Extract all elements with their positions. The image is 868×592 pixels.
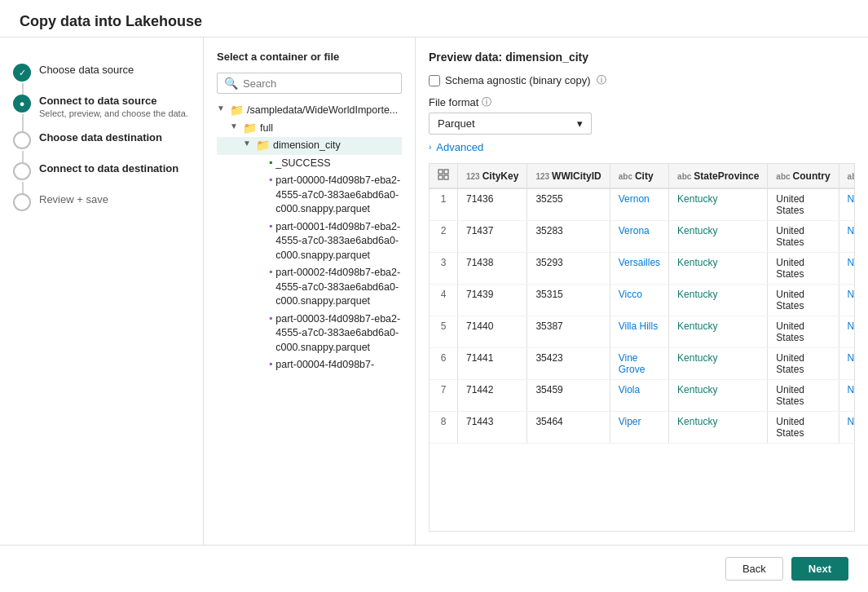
cell-stateprovince: Kentucky — [669, 348, 768, 380]
step-label-5: Review + save — [39, 193, 108, 205]
file-format-info-icon[interactable]: ⓘ — [482, 95, 491, 109]
back-button[interactable]: Back — [725, 557, 783, 581]
app-header: Copy data into Lakehouse — [0, 0, 868, 38]
table-row: 5 71440 35387 Villa Hills Kentucky Unite… — [430, 316, 855, 348]
tree-item-dimension-city[interactable]: ▼ 📁 dimension_city — [217, 137, 402, 155]
search-box: 🔍 — [217, 73, 402, 94]
tree-toggle-root: ▼ — [217, 104, 228, 113]
step-circle-4 — [13, 162, 31, 180]
svg-rect-1 — [444, 170, 448, 174]
cell-num: 4 — [430, 285, 458, 316]
cell-wwicityid: 35315 — [527, 285, 610, 316]
cell-country: United States — [768, 221, 839, 253]
cell-city: Viola — [610, 380, 668, 412]
cell-continent: North America — [839, 285, 855, 316]
cell-num: 8 — [430, 412, 458, 444]
cell-city: Vicco — [610, 285, 668, 316]
step-connect-destination: Connect to data destination — [13, 156, 190, 187]
col-header-grid — [430, 164, 458, 188]
footer: Back Next — [0, 545, 868, 592]
cell-wwicityid: 35459 — [527, 380, 610, 412]
tree-item-success[interactable]: ▪ _SUCCESS — [217, 155, 402, 173]
tree-label-success: _SUCCESS — [275, 157, 330, 171]
tree-item-full[interactable]: ▼ 📁 full — [217, 120, 402, 138]
cell-continent: North America — [839, 348, 855, 380]
file-panel: Select a container or file 🔍 ▼ 📁 /sample… — [204, 38, 416, 545]
file-icon-success: ▪ — [269, 157, 272, 168]
table-header-row: 123CityKey 123WWICityID abcCity abcState… — [430, 164, 855, 188]
cell-city: Versailles — [610, 253, 668, 285]
tree-label-part-00004: part-00004-f4d098b7- — [275, 358, 374, 373]
cell-citykey: 71443 — [458, 412, 527, 444]
cell-wwicityid: 35423 — [527, 348, 610, 380]
table-row: 7 71442 35459 Viola Kentucky United Stat… — [430, 380, 855, 412]
cell-wwicityid: 35255 — [527, 188, 610, 221]
tree-item-part-00003[interactable]: ▪ part-00003-f4d098b7-eba2-4555-a7c0-383… — [217, 311, 402, 357]
cell-country: United States — [768, 285, 839, 316]
file-icon-part-00004: ▪ — [269, 358, 272, 369]
schema-info-icon[interactable]: ⓘ — [597, 73, 606, 87]
tree-item-part-00000[interactable]: ▪ part-00000-f4d098b7-eba2-4555-a7c0-383… — [217, 172, 402, 219]
tree-item-root[interactable]: ▼ 📁 /sampledata/WideWorldImporte... — [217, 102, 402, 120]
cell-country: United States — [768, 253, 839, 285]
preview-title: Preview data: dimension_city — [429, 51, 855, 64]
tree-label-part-00000: part-00000-f4d098b7-eba2-4555-a7c0-383ae… — [275, 174, 402, 217]
cell-stateprovince: Kentucky — [669, 412, 768, 444]
next-button[interactable]: Next — [791, 557, 848, 581]
cell-continent: North America — [839, 188, 855, 221]
schema-agnostic-checkbox[interactable] — [429, 75, 440, 86]
col-header-citykey: 123CityKey — [458, 164, 527, 188]
tree-item-part-00002[interactable]: ▪ part-00002-f4d098b7-eba2-4555-a7c0-383… — [217, 264, 402, 311]
file-format-dropdown[interactable]: Parquet ▾ — [429, 113, 592, 135]
advanced-row[interactable]: › Advanced — [429, 141, 855, 153]
step-circle-2: ● — [13, 95, 31, 113]
tree-label-part-00002: part-00002-f4d098b7-eba2-4555-a7c0-383ae… — [275, 266, 402, 309]
cell-city: Vernon — [610, 188, 668, 221]
cell-continent: North America — [839, 221, 855, 253]
search-icon: 🔍 — [224, 77, 238, 90]
cell-citykey: 71442 — [458, 380, 527, 412]
tree-item-part-00004[interactable]: ▪ part-00004-f4d098b7- — [217, 356, 402, 374]
tree-item-part-00001[interactable]: ▪ part-00001-f4d098b7-eba2-4555-a7c0-383… — [217, 219, 402, 265]
cell-stateprovince: Kentucky — [669, 221, 768, 253]
file-panel-title: Select a container or file — [217, 51, 402, 63]
cell-country: United States — [768, 316, 839, 348]
cell-country: United States — [768, 380, 839, 412]
col-header-stateprovince: abcStateProvince — [669, 164, 768, 188]
cell-citykey: 71436 — [458, 188, 527, 221]
cell-stateprovince: Kentucky — [669, 253, 768, 285]
file-format-label: File format ⓘ — [429, 95, 855, 109]
cell-continent: North America — [839, 380, 855, 412]
step-connect-source: ● Connect to data source Select, preview… — [13, 88, 190, 125]
search-input[interactable] — [243, 77, 394, 90]
tree-toggle-dimension-city: ▼ — [243, 139, 254, 148]
cell-wwicityid: 35293 — [527, 253, 610, 285]
file-tree: ▼ 📁 /sampledata/WideWorldImporte... ▼ 📁 … — [217, 102, 402, 532]
file-icon-part-00001: ▪ — [269, 220, 272, 232]
folder-icon-dimension-city: 📁 — [256, 139, 270, 152]
schema-row: Schema agnostic (binary copy) ⓘ — [429, 73, 855, 87]
cell-citykey: 71437 — [458, 221, 527, 253]
cell-country: United States — [768, 348, 839, 380]
col-header-country: abcCountry — [768, 164, 839, 188]
cell-city: Vine Grove — [610, 348, 668, 380]
table-row: 4 71439 35315 Vicco Kentucky United Stat… — [430, 285, 855, 316]
tree-label-part-00003: part-00003-f4d098b7-eba2-4555-a7c0-383ae… — [275, 312, 402, 356]
step-label-1: Choose data source — [39, 64, 134, 76]
cell-city: Viper — [610, 412, 668, 444]
cell-wwicityid: 35464 — [527, 412, 610, 444]
tree-label-root: /sampledata/WideWorldImporte... — [247, 104, 398, 118]
step-review-save: Review + save — [13, 187, 190, 218]
cell-num: 6 — [430, 348, 458, 380]
data-table-container: 123CityKey 123WWICityID abcCity abcState… — [429, 163, 855, 532]
cell-continent: North America — [839, 412, 855, 444]
schema-agnostic-label[interactable]: Schema agnostic (binary copy) — [429, 74, 590, 86]
tree-toggle-full: ▼ — [230, 121, 241, 130]
step-label-2: Connect to data source Select, preview, … — [39, 95, 188, 118]
col-header-wwicityid: 123WWICityID — [527, 164, 610, 188]
file-icon-part-00000: ▪ — [269, 174, 272, 185]
cell-wwicityid: 35283 — [527, 221, 610, 253]
file-format-row: File format ⓘ Parquet ▾ — [429, 95, 855, 135]
cell-stateprovince: Kentucky — [669, 285, 768, 316]
advanced-chevron-icon: › — [429, 143, 431, 152]
